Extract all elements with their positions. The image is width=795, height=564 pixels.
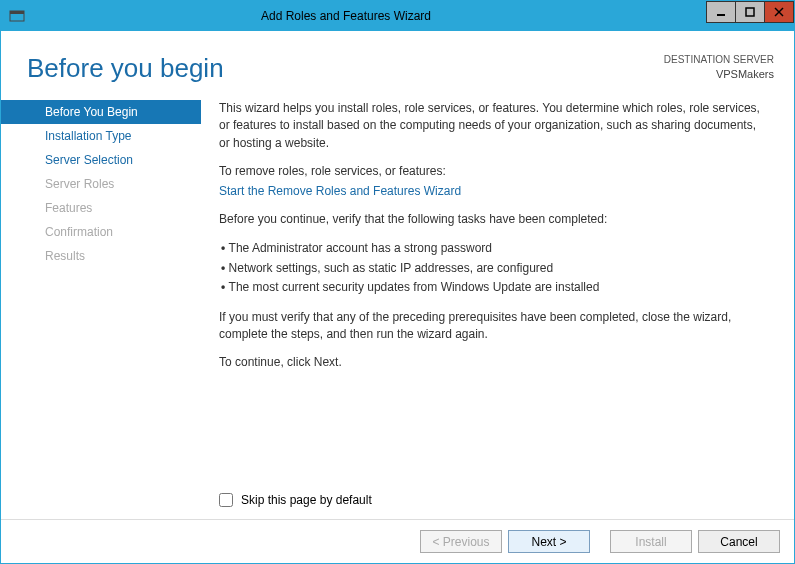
- page-title: Before you begin: [27, 53, 224, 84]
- sidebar-item-confirmation: Confirmation: [1, 220, 201, 244]
- maximize-button[interactable]: [735, 1, 765, 23]
- sidebar-item-features: Features: [1, 196, 201, 220]
- skip-checkbox[interactable]: [219, 493, 233, 507]
- continue-text: To continue, click Next.: [219, 354, 769, 371]
- window-title: Add Roles and Features Wizard: [25, 9, 707, 23]
- sidebar-item-installation-type[interactable]: Installation Type: [1, 124, 201, 148]
- wizard-window: Add Roles and Features Wizard Before you…: [0, 0, 795, 564]
- svg-rect-1: [10, 11, 24, 14]
- list-item: The most current security updates from W…: [221, 278, 769, 297]
- destination-label: DESTINATION SERVER: [664, 53, 774, 67]
- wizard-sidebar: Before You Begin Installation Type Serve…: [1, 96, 201, 487]
- skip-label: Skip this page by default: [241, 493, 372, 507]
- destination-server: VPSMakers: [664, 67, 774, 82]
- skip-row: Skip this page by default: [1, 487, 794, 519]
- verify-intro: Before you continue, verify that the fol…: [219, 211, 769, 228]
- list-item: The Administrator account has a strong p…: [221, 239, 769, 258]
- wizard-body: Before you begin DESTINATION SERVER VPSM…: [1, 31, 794, 563]
- cancel-button[interactable]: Cancel: [698, 530, 780, 553]
- sidebar-item-server-selection[interactable]: Server Selection: [1, 148, 201, 172]
- install-button: Install: [610, 530, 692, 553]
- destination-info: DESTINATION SERVER VPSMakers: [664, 53, 774, 84]
- remove-label: To remove roles, role services, or featu…: [219, 163, 769, 180]
- close-button[interactable]: [764, 1, 794, 23]
- wizard-footer: < Previous Next > Install Cancel: [1, 519, 794, 563]
- prerequisites-list: The Administrator account has a strong p…: [219, 239, 769, 297]
- previous-button: < Previous: [420, 530, 502, 553]
- app-icon: [9, 8, 25, 24]
- sidebar-item-results: Results: [1, 244, 201, 268]
- wizard-main: Before You Begin Installation Type Serve…: [1, 96, 794, 487]
- rerun-text: If you must verify that any of the prece…: [219, 309, 769, 344]
- list-item: Network settings, such as static IP addr…: [221, 259, 769, 278]
- intro-text: This wizard helps you install roles, rol…: [219, 100, 769, 152]
- wizard-content: This wizard helps you install roles, rol…: [201, 96, 794, 487]
- next-button[interactable]: Next >: [508, 530, 590, 553]
- minimize-button[interactable]: [706, 1, 736, 23]
- wizard-header: Before you begin DESTINATION SERVER VPSM…: [1, 31, 794, 96]
- titlebar-buttons: [707, 1, 794, 31]
- remove-link[interactable]: Start the Remove Roles and Features Wiza…: [219, 184, 461, 198]
- svg-rect-3: [746, 8, 754, 16]
- sidebar-item-server-roles: Server Roles: [1, 172, 201, 196]
- titlebar: Add Roles and Features Wizard: [1, 1, 794, 31]
- sidebar-item-before-you-begin[interactable]: Before You Begin: [1, 100, 201, 124]
